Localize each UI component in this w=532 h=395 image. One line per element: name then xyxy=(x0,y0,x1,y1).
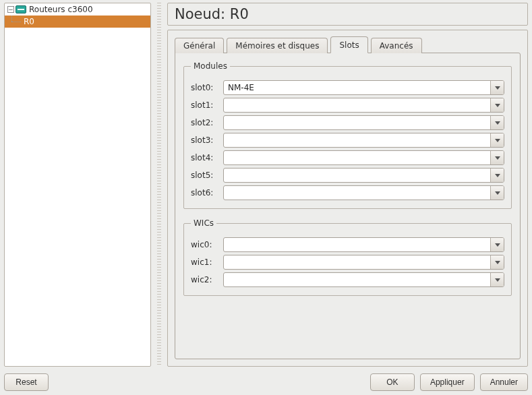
chevron-down-icon[interactable] xyxy=(490,98,504,112)
slot2-combo[interactable] xyxy=(223,115,504,130)
svg-marker-8 xyxy=(495,261,500,264)
wic2-value xyxy=(224,273,490,286)
reset-button[interactable]: Reset xyxy=(4,373,49,391)
svg-marker-7 xyxy=(495,243,500,247)
slot1-combo[interactable] xyxy=(223,98,504,113)
svg-marker-0 xyxy=(495,86,500,90)
device-tree[interactable]: − Routeurs c3600 R0 xyxy=(4,3,151,367)
tab-advanced[interactable]: Avancés xyxy=(371,38,422,53)
splitter-handle[interactable] xyxy=(157,3,161,367)
svg-marker-4 xyxy=(495,156,500,160)
svg-marker-2 xyxy=(495,121,500,125)
wic2-combo[interactable] xyxy=(223,272,504,287)
slot1-label: slot1: xyxy=(191,100,219,110)
tree-branch-icon xyxy=(7,16,22,28)
chevron-down-icon[interactable] xyxy=(490,273,504,286)
slot5-value xyxy=(224,169,490,182)
svg-marker-5 xyxy=(495,174,500,177)
chevron-down-icon[interactable] xyxy=(490,255,504,269)
tab-memories-disks[interactable]: Mémoires et disques xyxy=(227,38,328,53)
group-wics-legend: WICs xyxy=(191,218,216,228)
config-panel: Général Mémoires et disques Slots Avancé… xyxy=(167,30,528,367)
tab-general[interactable]: Général xyxy=(175,38,224,53)
slot1-value xyxy=(224,98,490,112)
chevron-down-icon[interactable] xyxy=(490,151,504,164)
page-title: Noeud: R0 xyxy=(175,6,521,22)
chevron-down-icon[interactable] xyxy=(490,238,504,251)
slot5-label: slot5: xyxy=(191,171,219,180)
slot0-row: slot0: NM-4E xyxy=(191,80,504,95)
tab-slots[interactable]: Slots xyxy=(330,36,367,53)
wic1-label: wic1: xyxy=(191,257,219,267)
slot4-value xyxy=(224,151,490,164)
node-header: Noeud: R0 xyxy=(167,3,528,26)
slot2-label: slot2: xyxy=(191,118,219,127)
svg-marker-9 xyxy=(495,278,500,282)
slot3-value xyxy=(224,133,490,147)
router-icon xyxy=(16,5,26,13)
slot6-row: slot6: xyxy=(191,185,504,200)
cancel-button[interactable]: Annuler xyxy=(480,373,528,391)
group-wics: WICs wic0: wic1: xyxy=(183,218,512,296)
slot6-label: slot6: xyxy=(191,188,219,198)
slot5-combo[interactable] xyxy=(223,168,504,183)
slot2-row: slot2: xyxy=(191,115,504,130)
ok-button[interactable]: OK xyxy=(370,373,415,391)
chevron-down-icon[interactable] xyxy=(490,116,504,129)
wic0-label: wic0: xyxy=(191,240,219,249)
group-modules: Modules slot0: NM-4E slot1: xyxy=(183,61,512,209)
slot6-value xyxy=(224,186,490,200)
svg-marker-6 xyxy=(495,191,500,195)
slot0-value: NM-4E xyxy=(224,81,490,94)
wic1-combo[interactable] xyxy=(223,255,504,270)
chevron-down-icon[interactable] xyxy=(490,133,504,147)
slot0-combo[interactable]: NM-4E xyxy=(223,80,504,95)
wic0-combo[interactable] xyxy=(223,237,504,252)
slot1-row: slot1: xyxy=(191,98,504,113)
slot3-row: slot3: xyxy=(191,133,504,148)
slot6-combo[interactable] xyxy=(223,185,504,200)
svg-marker-1 xyxy=(495,104,500,107)
wic1-row: wic1: xyxy=(191,255,504,270)
tab-bar: Général Mémoires et disques Slots Avancé… xyxy=(175,36,521,53)
collapse-icon[interactable]: − xyxy=(7,6,14,13)
chevron-down-icon[interactable] xyxy=(490,169,504,182)
slot4-row: slot4: xyxy=(191,150,504,165)
wic0-row: wic0: xyxy=(191,237,504,252)
slot5-row: slot5: xyxy=(191,168,504,183)
tree-node-label: R0 xyxy=(24,17,34,26)
slot2-value xyxy=(224,116,490,129)
slot3-combo[interactable] xyxy=(223,133,504,148)
chevron-down-icon[interactable] xyxy=(490,81,504,94)
tab-page-slots: Modules slot0: NM-4E slot1: xyxy=(175,53,521,359)
wic1-value xyxy=(224,255,490,269)
tree-node-r0[interactable]: R0 xyxy=(5,16,150,28)
chevron-down-icon[interactable] xyxy=(490,186,504,200)
slot0-label: slot0: xyxy=(191,83,219,92)
slot4-combo[interactable] xyxy=(223,150,504,165)
svg-marker-3 xyxy=(495,139,500,142)
wic0-value xyxy=(224,238,490,251)
apply-button[interactable]: Appliquer xyxy=(420,373,475,391)
tree-node-label: Routeurs c3600 xyxy=(29,5,93,14)
group-modules-legend: Modules xyxy=(191,61,230,71)
slot4-label: slot4: xyxy=(191,153,219,162)
dialog-buttons: Reset OK Appliquer Annuler xyxy=(4,367,528,391)
tree-node-routers-c3600[interactable]: − Routeurs c3600 xyxy=(5,3,150,16)
wic2-row: wic2: xyxy=(191,272,504,287)
wic2-label: wic2: xyxy=(191,275,219,284)
slot3-label: slot3: xyxy=(191,135,219,145)
